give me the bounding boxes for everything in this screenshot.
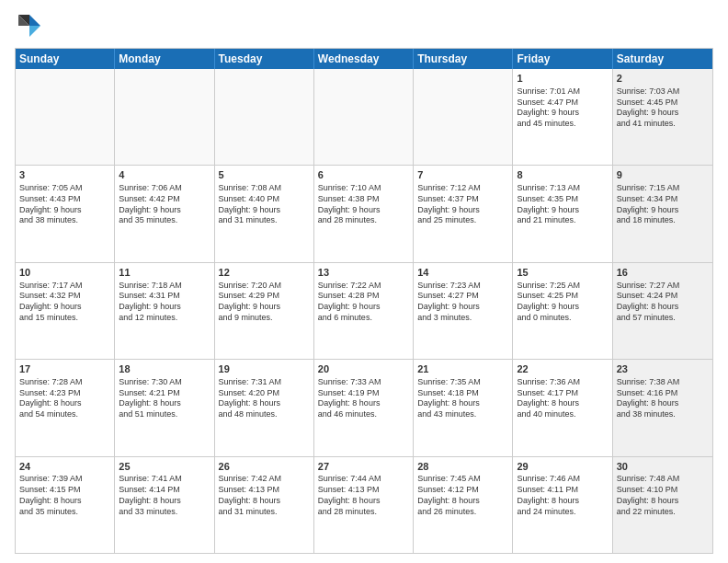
day-info: Sunrise: 7:41 AM Sunset: 4:14 PM Dayligh… — [119, 474, 210, 517]
day-number: 1 — [517, 72, 608, 86]
page: SundayMondayTuesdayWednesdayThursdayFrid… — [0, 0, 728, 563]
day-number: 12 — [219, 266, 310, 280]
day-info: Sunrise: 7:42 AM Sunset: 4:13 PM Dayligh… — [219, 474, 310, 517]
day-number: 26 — [219, 460, 310, 474]
empty-cell-0-0 — [16, 69, 115, 165]
day-cell-14: 14Sunrise: 7:23 AM Sunset: 4:27 PM Dayli… — [414, 263, 513, 359]
day-cell-26: 26Sunrise: 7:42 AM Sunset: 4:13 PM Dayli… — [215, 457, 314, 553]
day-number: 5 — [219, 168, 310, 182]
day-cell-10: 10Sunrise: 7:17 AM Sunset: 4:32 PM Dayli… — [16, 263, 115, 359]
day-info: Sunrise: 7:31 AM Sunset: 4:20 PM Dayligh… — [219, 377, 310, 420]
day-info: Sunrise: 7:01 AM Sunset: 4:47 PM Dayligh… — [517, 86, 608, 130]
day-number: 2 — [617, 72, 709, 86]
day-info: Sunrise: 7:35 AM Sunset: 4:18 PM Dayligh… — [417, 377, 508, 420]
calendar-row-4: 24Sunrise: 7:39 AM Sunset: 4:15 PM Dayli… — [16, 457, 712, 553]
day-info: Sunrise: 7:23 AM Sunset: 4:27 PM Dayligh… — [417, 281, 508, 324]
day-cell-25: 25Sunrise: 7:41 AM Sunset: 4:14 PM Dayli… — [115, 457, 214, 553]
day-info: Sunrise: 7:18 AM Sunset: 4:31 PM Dayligh… — [119, 281, 210, 324]
day-number: 3 — [19, 168, 110, 182]
day-number: 4 — [119, 168, 210, 182]
day-info: Sunrise: 7:22 AM Sunset: 4:28 PM Dayligh… — [318, 281, 409, 324]
calendar: SundayMondayTuesdayWednesdayThursdayFrid… — [15, 48, 713, 554]
day-cell-4: 4Sunrise: 7:06 AM Sunset: 4:42 PM Daylig… — [115, 166, 214, 261]
day-info: Sunrise: 7:28 AM Sunset: 4:23 PM Dayligh… — [19, 377, 110, 420]
empty-cell-0-4 — [414, 69, 513, 165]
weekday-header-tuesday: Tuesday — [215, 49, 314, 69]
day-info: Sunrise: 7:12 AM Sunset: 4:37 PM Dayligh… — [417, 183, 508, 226]
day-cell-15: 15Sunrise: 7:25 AM Sunset: 4:25 PM Dayli… — [513, 263, 612, 359]
day-number: 15 — [517, 266, 608, 280]
day-number: 25 — [119, 460, 210, 474]
day-number: 18 — [119, 362, 210, 376]
empty-cell-0-3 — [314, 69, 414, 165]
day-cell-3: 3Sunrise: 7:05 AM Sunset: 4:43 PM Daylig… — [16, 166, 115, 261]
day-number: 14 — [417, 266, 508, 280]
day-number: 22 — [517, 362, 608, 376]
day-number: 10 — [19, 266, 110, 280]
day-info: Sunrise: 7:38 AM Sunset: 4:16 PM Dayligh… — [617, 377, 709, 420]
day-cell-29: 29Sunrise: 7:46 AM Sunset: 4:11 PM Dayli… — [513, 457, 612, 553]
header — [15, 11, 713, 40]
day-cell-17: 17Sunrise: 7:28 AM Sunset: 4:23 PM Dayli… — [16, 360, 115, 455]
day-info: Sunrise: 7:25 AM Sunset: 4:25 PM Dayligh… — [517, 281, 608, 324]
day-info: Sunrise: 7:39 AM Sunset: 4:15 PM Dayligh… — [19, 474, 110, 517]
day-cell-1: 1Sunrise: 7:01 AM Sunset: 4:47 PM Daylig… — [513, 69, 612, 165]
day-cell-12: 12Sunrise: 7:20 AM Sunset: 4:29 PM Dayli… — [215, 263, 314, 359]
calendar-row-1: 3Sunrise: 7:05 AM Sunset: 4:43 PM Daylig… — [16, 166, 712, 262]
day-cell-9: 9Sunrise: 7:15 AM Sunset: 4:34 PM Daylig… — [613, 166, 712, 261]
day-info: Sunrise: 7:15 AM Sunset: 4:34 PM Dayligh… — [617, 183, 709, 226]
day-info: Sunrise: 7:45 AM Sunset: 4:12 PM Dayligh… — [417, 474, 508, 517]
day-number: 17 — [19, 362, 110, 376]
weekday-header-sunday: Sunday — [16, 49, 115, 69]
day-info: Sunrise: 7:33 AM Sunset: 4:19 PM Dayligh… — [318, 377, 409, 420]
day-cell-7: 7Sunrise: 7:12 AM Sunset: 4:37 PM Daylig… — [414, 166, 513, 261]
day-cell-21: 21Sunrise: 7:35 AM Sunset: 4:18 PM Dayli… — [414, 360, 513, 455]
day-info: Sunrise: 7:06 AM Sunset: 4:42 PM Dayligh… — [119, 183, 210, 226]
day-cell-20: 20Sunrise: 7:33 AM Sunset: 4:19 PM Dayli… — [314, 360, 414, 455]
calendar-row-0: 1Sunrise: 7:01 AM Sunset: 4:47 PM Daylig… — [16, 69, 712, 166]
logo — [15, 11, 48, 40]
day-number: 16 — [617, 266, 709, 280]
day-number: 27 — [318, 460, 409, 474]
calendar-header: SundayMondayTuesdayWednesdayThursdayFrid… — [16, 49, 712, 69]
day-number: 23 — [617, 362, 709, 376]
day-info: Sunrise: 7:30 AM Sunset: 4:21 PM Dayligh… — [119, 377, 210, 420]
day-cell-2: 2Sunrise: 7:03 AM Sunset: 4:45 PM Daylig… — [613, 69, 712, 165]
day-info: Sunrise: 7:20 AM Sunset: 4:29 PM Dayligh… — [219, 281, 310, 324]
day-info: Sunrise: 7:17 AM Sunset: 4:32 PM Dayligh… — [19, 281, 110, 324]
day-cell-5: 5Sunrise: 7:08 AM Sunset: 4:40 PM Daylig… — [215, 166, 314, 261]
day-number: 11 — [119, 266, 210, 280]
day-number: 24 — [19, 460, 110, 474]
day-number: 19 — [219, 362, 310, 376]
day-cell-11: 11Sunrise: 7:18 AM Sunset: 4:31 PM Dayli… — [115, 263, 214, 359]
day-info: Sunrise: 7:13 AM Sunset: 4:35 PM Dayligh… — [517, 183, 608, 226]
day-number: 6 — [318, 168, 409, 182]
day-info: Sunrise: 7:03 AM Sunset: 4:45 PM Dayligh… — [617, 86, 709, 130]
day-number: 21 — [417, 362, 508, 376]
day-number: 28 — [417, 460, 508, 474]
svg-marker-1 — [29, 26, 40, 37]
day-cell-16: 16Sunrise: 7:27 AM Sunset: 4:24 PM Dayli… — [613, 263, 712, 359]
day-cell-13: 13Sunrise: 7:22 AM Sunset: 4:28 PM Dayli… — [314, 263, 414, 359]
logo-icon — [15, 11, 44, 40]
weekday-header-friday: Friday — [513, 49, 612, 69]
day-cell-27: 27Sunrise: 7:44 AM Sunset: 4:13 PM Dayli… — [314, 457, 414, 553]
day-cell-24: 24Sunrise: 7:39 AM Sunset: 4:15 PM Dayli… — [16, 457, 115, 553]
day-info: Sunrise: 7:05 AM Sunset: 4:43 PM Dayligh… — [19, 183, 110, 226]
day-number: 8 — [517, 168, 608, 182]
day-number: 7 — [417, 168, 508, 182]
weekday-header-thursday: Thursday — [414, 49, 513, 69]
day-cell-23: 23Sunrise: 7:38 AM Sunset: 4:16 PM Dayli… — [613, 360, 712, 455]
day-info: Sunrise: 7:36 AM Sunset: 4:17 PM Dayligh… — [517, 377, 608, 420]
calendar-row-3: 17Sunrise: 7:28 AM Sunset: 4:23 PM Dayli… — [16, 360, 712, 456]
weekday-header-monday: Monday — [115, 49, 214, 69]
day-info: Sunrise: 7:10 AM Sunset: 4:38 PM Dayligh… — [318, 183, 409, 226]
calendar-row-2: 10Sunrise: 7:17 AM Sunset: 4:32 PM Dayli… — [16, 263, 712, 360]
day-number: 20 — [318, 362, 409, 376]
day-cell-6: 6Sunrise: 7:10 AM Sunset: 4:38 PM Daylig… — [314, 166, 414, 261]
day-cell-8: 8Sunrise: 7:13 AM Sunset: 4:35 PM Daylig… — [513, 166, 612, 261]
day-number: 29 — [517, 460, 608, 474]
weekday-header-wednesday: Wednesday — [314, 49, 414, 69]
calendar-body: 1Sunrise: 7:01 AM Sunset: 4:47 PM Daylig… — [16, 69, 712, 553]
day-cell-28: 28Sunrise: 7:45 AM Sunset: 4:12 PM Dayli… — [414, 457, 513, 553]
